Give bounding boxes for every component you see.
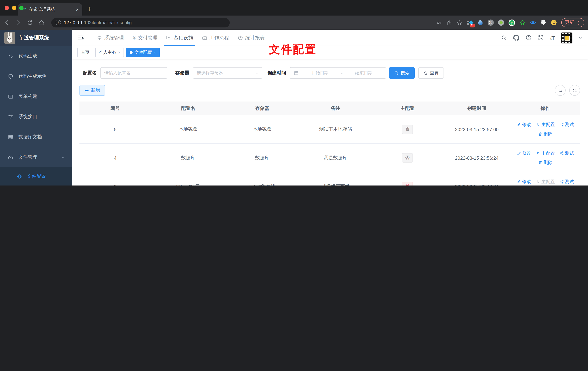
- nav-system[interactable]: 系统管理: [93, 30, 128, 46]
- search-icon[interactable]: [501, 35, 507, 41]
- user-avatar[interactable]: [561, 32, 572, 43]
- gear-icon: [17, 174, 22, 179]
- main-content: 配置名 存储器 请选择存储器 创建时间 开始日期 - 结束日期: [72, 59, 588, 186]
- sidebar-item-form-builder[interactable]: 表单构建: [0, 86, 72, 106]
- storage-select[interactable]: 请选择存储器: [193, 67, 262, 79]
- sidebar-item-code-demo[interactable]: 代码生成示例: [0, 66, 72, 86]
- add-button[interactable]: 新增: [79, 85, 105, 96]
- close-window-button[interactable]: [5, 6, 9, 10]
- back-icon[interactable]: [4, 19, 10, 26]
- nav-workflow[interactable]: 工作流程: [198, 30, 233, 46]
- reset-button[interactable]: 重置: [418, 67, 444, 79]
- font-size-icon[interactable]: tT: [550, 35, 555, 41]
- test-button[interactable]: 测试: [560, 179, 574, 185]
- extension-tabs-icon[interactable]: 11: [467, 20, 473, 26]
- sidebar-item-code-gen[interactable]: 代码生成: [0, 46, 72, 66]
- edit-button[interactable]: 修改: [517, 122, 531, 128]
- home-icon[interactable]: [38, 19, 45, 26]
- pencil-icon: [517, 180, 521, 184]
- zoom-window-button[interactable]: [19, 6, 23, 10]
- show-search-button[interactable]: [555, 85, 566, 96]
- master-config-button[interactable]: 主配置: [536, 122, 555, 128]
- toolbar-right-icons: 11 ⌘ y 更新 ⋮: [436, 18, 584, 27]
- search-icon: [558, 88, 563, 93]
- pencil-icon: [517, 151, 521, 155]
- minimize-window-button[interactable]: [12, 6, 16, 10]
- extension-command-icon[interactable]: ⌘: [488, 20, 494, 26]
- tab-title: 芋道管理系统: [29, 6, 55, 12]
- master-config-button-disabled: 主配置: [536, 179, 555, 185]
- sidebar-item-db-doc[interactable]: 数据库文档: [0, 127, 72, 147]
- extension-y-icon[interactable]: y: [509, 19, 515, 26]
- end-date-placeholder[interactable]: 结束日期: [346, 70, 382, 76]
- forward-icon[interactable]: [15, 19, 22, 26]
- table-row: 2 S3 - 七牛云 S3 对象存储 戴佩妮真可爱 是 2022-03-15 2…: [79, 172, 580, 186]
- site-info-icon[interactable]: i: [56, 20, 61, 25]
- close-icon[interactable]: ×: [154, 50, 156, 54]
- master-config-button[interactable]: 主配置: [536, 150, 555, 156]
- browser-menu-kebab-icon[interactable]: ⋮: [577, 20, 581, 25]
- magnet-icon: [536, 180, 540, 184]
- app-header: 系统管理 ¥支付管理 基础设施 工作流程 统计报表 tT: [72, 30, 588, 46]
- table-row: 4 数据库 数据库 我是数据库 否 2022-03-15 23:56:24 修改…: [79, 144, 580, 172]
- share-nodes-icon: [560, 151, 564, 155]
- bookmark-star-icon[interactable]: [457, 20, 462, 25]
- extensions-puzzle-icon[interactable]: [540, 20, 546, 26]
- config-name-input[interactable]: [100, 67, 167, 79]
- start-date-placeholder[interactable]: 开始日期: [302, 70, 338, 76]
- gauge-icon: [238, 35, 243, 41]
- sidebar-item-system-api[interactable]: 系统接口: [0, 106, 72, 127]
- address-bar[interactable]: i 127.0.0.1:1024/infra/file/file-config: [51, 18, 230, 27]
- nav-pay[interactable]: ¥支付管理: [128, 30, 162, 46]
- update-chrome-button[interactable]: 更新 ⋮: [561, 18, 584, 27]
- search-icon: [394, 71, 399, 75]
- extension-balloon-icon[interactable]: [477, 20, 483, 26]
- test-button[interactable]: 测试: [560, 122, 574, 128]
- sidebar-item-file-config[interactable]: 文件配置: [0, 167, 72, 185]
- edit-button[interactable]: 修改: [517, 179, 531, 185]
- code-icon: [8, 53, 13, 59]
- extension-eye-icon[interactable]: [530, 20, 536, 26]
- avatar-caret-icon[interactable]: [579, 36, 582, 40]
- tag-profile[interactable]: 个人中心×: [95, 48, 124, 57]
- refresh-table-button[interactable]: [569, 85, 580, 96]
- chevron-down-icon: [255, 71, 259, 75]
- browser-toolbar: i 127.0.0.1:1024/infra/file/file-config …: [0, 16, 588, 30]
- browser-tab[interactable]: 芋道管理系统 ×: [18, 3, 82, 16]
- close-icon[interactable]: ×: [118, 50, 120, 54]
- tag-home[interactable]: 首页: [77, 48, 93, 57]
- search-button[interactable]: 搜索: [389, 67, 415, 79]
- app-logo: 芋道管理系统: [0, 30, 72, 46]
- sidebar-item-file-list[interactable]: 文件列表: [0, 185, 72, 186]
- test-button[interactable]: 测试: [560, 150, 574, 156]
- form-icon: [8, 94, 13, 99]
- extension-dot-icon[interactable]: [498, 20, 504, 26]
- share-nodes-icon: [560, 122, 564, 127]
- delete-button[interactable]: 删除: [538, 131, 553, 137]
- nav-infra[interactable]: 基础设施: [162, 30, 198, 46]
- extension-star-icon[interactable]: [519, 20, 525, 26]
- fullscreen-icon[interactable]: [538, 35, 544, 41]
- date-range-picker[interactable]: 开始日期 - 结束日期: [290, 67, 386, 79]
- help-icon[interactable]: [526, 35, 532, 41]
- edit-button[interactable]: 修改: [517, 150, 531, 156]
- share-icon[interactable]: [446, 20, 452, 25]
- tab-close-icon[interactable]: ×: [76, 7, 79, 12]
- password-key-icon[interactable]: [436, 20, 442, 25]
- chevron-up-icon: [61, 155, 65, 159]
- delete-button[interactable]: 删除: [538, 159, 553, 166]
- magnet-icon: [536, 122, 540, 127]
- profile-avatar-icon[interactable]: [551, 20, 557, 26]
- filter-form: 配置名 存储器 请选择存储器 创建时间 开始日期 - 结束日期: [83, 67, 588, 79]
- refresh-icon: [572, 88, 577, 93]
- sidebar-collapse-icon[interactable]: [77, 34, 84, 41]
- nav-report[interactable]: 统计报表: [233, 30, 269, 46]
- new-tab-button[interactable]: +: [87, 5, 91, 13]
- master-tag: 是: [402, 182, 413, 186]
- url-text: 127.0.0.1:1024/infra/file/file-config: [64, 20, 132, 25]
- sidebar-item-file-manage[interactable]: 文件管理: [0, 147, 72, 167]
- tag-file-config[interactable]: 文件配置×: [126, 48, 160, 57]
- reload-icon[interactable]: [27, 19, 33, 26]
- screen: 芋道管理系统 × + i 127.0.0.1:1024/infra/file/f…: [0, 0, 588, 186]
- github-icon[interactable]: [514, 35, 520, 41]
